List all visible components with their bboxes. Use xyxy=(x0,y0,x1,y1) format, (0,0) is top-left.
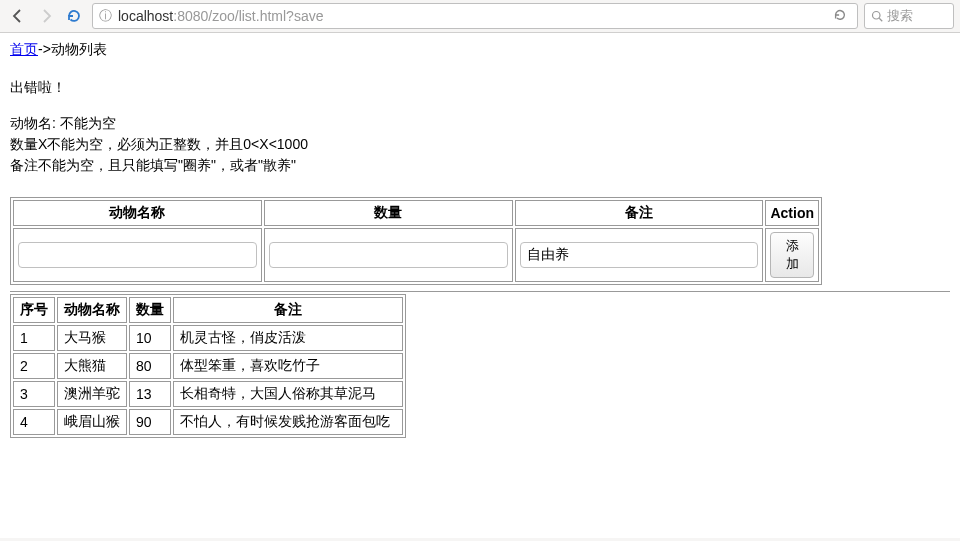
back-button[interactable] xyxy=(6,4,30,28)
table-row: 1 大马猴 10 机灵古怪，俏皮活泼 xyxy=(13,325,403,351)
reload-icon xyxy=(66,8,82,24)
search-icon xyxy=(871,10,883,22)
col-remark: 备注 xyxy=(173,297,403,323)
browser-toolbar: ⓘ localhost:8080/zoo/list.html?save 搜索 xyxy=(0,0,960,33)
cell-remark: 体型笨重，喜欢吃竹子 xyxy=(173,353,403,379)
table-row: 2 大熊猫 80 体型笨重，喜欢吃竹子 xyxy=(13,353,403,379)
arrow-left-icon xyxy=(10,8,26,24)
col-action-header: Action xyxy=(765,200,819,226)
breadcrumb-home-link[interactable]: 首页 xyxy=(10,41,38,57)
forward-button xyxy=(34,4,58,28)
cell-name: 澳洲羊驼 xyxy=(57,381,127,407)
error-msg: 数量X不能为空，必须为正整数，并且0<X<1000 xyxy=(10,136,950,154)
reload-inline-icon[interactable] xyxy=(833,8,847,25)
add-form-table: 动物名称 数量 备注 Action 添加 xyxy=(10,197,822,285)
error-msg: 备注不能为空，且只能填写"圈养"，或者"散养" xyxy=(10,157,950,175)
error-msg: 动物名: 不能为空 xyxy=(10,115,950,133)
cell-idx: 3 xyxy=(13,381,55,407)
breadcrumb-current: 动物列表 xyxy=(51,41,107,57)
add-button[interactable]: 添加 xyxy=(770,232,814,278)
cell-remark: 机灵古怪，俏皮活泼 xyxy=(173,325,403,351)
col-name-header: 动物名称 xyxy=(13,200,262,226)
cell-name: 大马猴 xyxy=(57,325,127,351)
breadcrumb-sep: -> xyxy=(38,41,51,57)
cell-remark: 不怕人，有时候发贱抢游客面包吃 xyxy=(173,409,403,435)
url-text: localhost:8080/zoo/list.html?save xyxy=(118,8,323,24)
table-row: 4 峨眉山猴 90 不怕人，有时候发贱抢游客面包吃 xyxy=(13,409,403,435)
url-rest: :8080/zoo/list.html?save xyxy=(173,8,323,24)
cell-name: 大熊猫 xyxy=(57,353,127,379)
error-title: 出错啦！ xyxy=(10,79,950,97)
cell-qty: 80 xyxy=(129,353,171,379)
cell-idx: 1 xyxy=(13,325,55,351)
cell-idx: 2 xyxy=(13,353,55,379)
cell-qty: 13 xyxy=(129,381,171,407)
animal-list-table: 序号 动物名称 数量 备注 1 大马猴 10 机灵古怪，俏皮活泼 2 大熊猫 8… xyxy=(10,294,406,438)
url-bar[interactable]: ⓘ localhost:8080/zoo/list.html?save xyxy=(92,3,858,29)
col-qty-header: 数量 xyxy=(264,200,513,226)
info-icon: ⓘ xyxy=(99,7,112,25)
cell-remark: 长相奇特，大国人俗称其草泥马 xyxy=(173,381,403,407)
page-content: 首页->动物列表 出错啦！ 动物名: 不能为空 数量X不能为空，必须为正整数，并… xyxy=(0,33,960,538)
cell-name: 峨眉山猴 xyxy=(57,409,127,435)
col-idx: 序号 xyxy=(13,297,55,323)
svg-point-0 xyxy=(873,12,881,20)
col-name: 动物名称 xyxy=(57,297,127,323)
search-placeholder: 搜索 xyxy=(887,7,913,25)
cell-idx: 4 xyxy=(13,409,55,435)
error-messages: 动物名: 不能为空 数量X不能为空，必须为正整数，并且0<X<1000 备注不能… xyxy=(10,115,950,175)
url-host: localhost xyxy=(118,8,173,24)
col-remark-header: 备注 xyxy=(515,200,764,226)
table-row: 3 澳洲羊驼 13 长相奇特，大国人俗称其草泥马 xyxy=(13,381,403,407)
cell-qty: 90 xyxy=(129,409,171,435)
name-input[interactable] xyxy=(18,242,257,268)
col-qty: 数量 xyxy=(129,297,171,323)
arrow-right-icon xyxy=(38,8,54,24)
breadcrumb: 首页->动物列表 xyxy=(10,41,950,59)
qty-input[interactable] xyxy=(269,242,508,268)
cell-qty: 10 xyxy=(129,325,171,351)
search-box[interactable]: 搜索 xyxy=(864,3,954,29)
remark-input[interactable] xyxy=(520,242,759,268)
reload-button[interactable] xyxy=(62,4,86,28)
divider xyxy=(10,291,950,292)
